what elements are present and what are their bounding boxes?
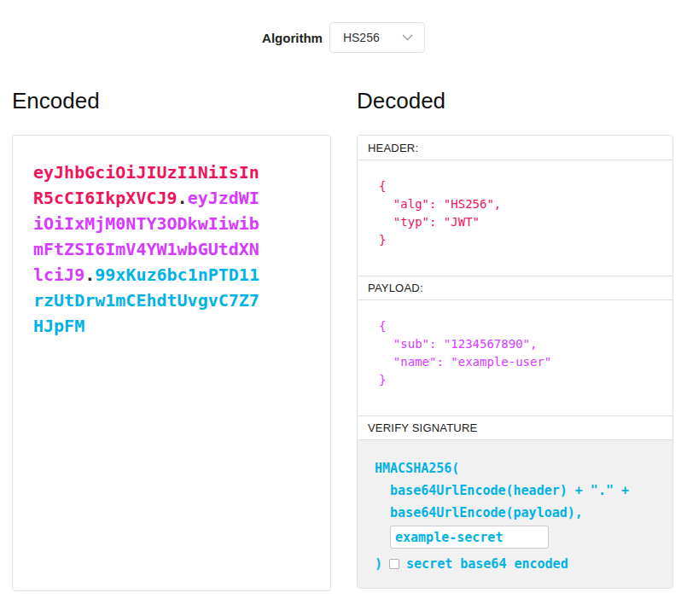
- verify-signature-body: HMACSHA256( base64UrlEncode(header) + ".…: [358, 439, 672, 588]
- payload-section-label: PAYLOAD:: [358, 276, 672, 299]
- decoded-title: Decoded: [357, 87, 673, 114]
- header-json-editor[interactable]: { "alg": "HS256", "typ": "JWT" }: [358, 160, 672, 276]
- base64-encoded-checkbox[interactable]: [389, 559, 399, 569]
- base64-encoded-label[interactable]: secret base64 encoded: [406, 556, 568, 572]
- verify-signature-label: VERIFY SIGNATURE: [358, 416, 672, 439]
- decoded-panel: HEADER: { "alg": "HS256", "typ": "JWT" }…: [357, 135, 673, 589]
- jwt-token[interactable]: eyJhbGciOiJIUzI1NiIsInR5cCI6IkpXVCJ9.eyJ…: [33, 160, 265, 339]
- verify-label-text: VERIFY SIGNATURE: [368, 421, 477, 434]
- decoded-column: Decoded HEADER: { "alg": "HS256", "typ":…: [357, 53, 673, 591]
- secret-input[interactable]: [390, 526, 549, 549]
- debugger-columns: Encoded eyJhbGciOiJIUzI1NiIsInR5cCI6IkpX…: [0, 53, 687, 591]
- algorithm-select[interactable]: HS256: [329, 22, 425, 53]
- payload-label-text: PAYLOAD:: [368, 282, 423, 294]
- verify-footer: ) secret base64 encoded: [375, 556, 655, 572]
- algorithm-label: Algorithm: [262, 31, 323, 45]
- chevron-down-icon: [402, 34, 413, 41]
- hmac-formula-code: HMACSHA256( base64UrlEncode(header) + ".…: [375, 457, 655, 524]
- token-separator: .: [84, 264, 95, 285]
- encoded-token-editor[interactable]: eyJhbGciOiJIUzI1NiIsInR5cCI6IkpXVCJ9.eyJ…: [12, 135, 331, 591]
- token-separator: .: [178, 188, 188, 208]
- payload-json-editor[interactable]: { "sub": "1234567890", "name": "example-…: [358, 299, 672, 416]
- header-label-text: HEADER:: [368, 142, 418, 154]
- encoded-column: Encoded eyJhbGciOiJIUzI1NiIsInR5cCI6IkpX…: [12, 53, 331, 591]
- header-section-label: HEADER:: [358, 136, 672, 160]
- closing-paren: ): [375, 556, 382, 572]
- jwt-debugger-page: { "algorithm_bar": { "label": "Algorithm…: [0, 0, 687, 616]
- algorithm-selected-value: HS256: [343, 31, 380, 44]
- encoded-title: Encoded: [12, 87, 331, 114]
- algorithm-bar: Algorithm HS256: [0, 22, 687, 53]
